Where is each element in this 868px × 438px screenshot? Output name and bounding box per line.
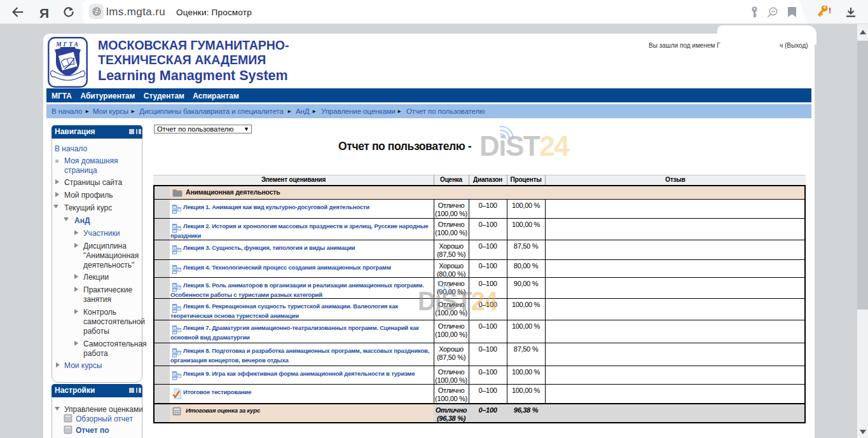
svg-text:МГТА: МГТА xyxy=(55,41,80,48)
svg-text:!: ! xyxy=(829,6,831,15)
